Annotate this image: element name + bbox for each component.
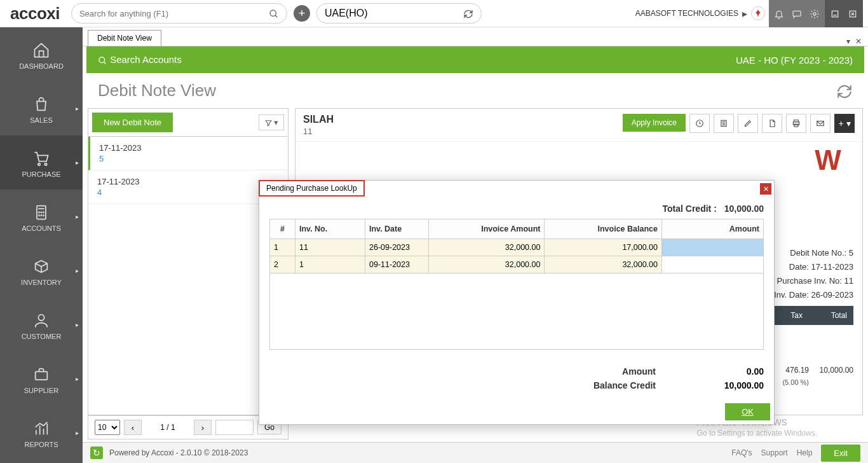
branch-selector[interactable]: UAE(HO) <box>316 3 482 24</box>
pager-info: 1 / 1 <box>146 423 190 432</box>
sidebar-label: SUPPLIER <box>24 387 58 394</box>
more-button[interactable]: + ▾ <box>834 114 855 133</box>
ok-button[interactable]: OK <box>725 403 770 420</box>
new-debit-note-button[interactable]: New Debit Note <box>92 113 173 132</box>
modal-close-button[interactable]: ✕ <box>760 183 771 195</box>
svg-point-14 <box>41 212 41 213</box>
faqs-link[interactable]: FAQ's <box>731 448 752 457</box>
pdf-icon[interactable] <box>762 114 782 133</box>
global-search[interactable] <box>71 3 287 24</box>
topbar: accoxi + UAE(HO) AABASOFT TECHNOLOGIES ▸ <box>0 0 868 27</box>
email-icon[interactable] <box>810 114 831 133</box>
tab-close-icon[interactable]: ✕ <box>855 37 862 46</box>
search-input[interactable] <box>79 9 269 18</box>
logo: accoxi <box>5 4 65 24</box>
sidebar-item-supplier[interactable]: SUPPLIER ▸ <box>0 352 83 406</box>
cell-num: 2 <box>270 256 295 273</box>
ledger-icon[interactable] <box>714 114 734 133</box>
chevron-right-icon: ▸ <box>76 159 79 166</box>
refresh-icon[interactable] <box>836 81 853 100</box>
search-accounts-button[interactable]: Search Accounts <box>98 54 182 66</box>
edit-icon[interactable] <box>738 114 758 133</box>
pager-goto-input[interactable] <box>215 420 254 435</box>
cell-amount: 32,000.00 <box>429 239 545 256</box>
svg-rect-2 <box>793 11 801 16</box>
add-button[interactable]: + <box>294 5 310 22</box>
sync-icon[interactable] <box>463 8 473 19</box>
sidebar-item-reports[interactable]: REPORTS ▸ <box>0 406 83 460</box>
pager-next-button[interactable]: › <box>194 420 212 435</box>
minimize-icon[interactable] <box>830 8 840 19</box>
col-amt: Amount <box>662 219 764 239</box>
search-icon[interactable] <box>269 8 279 19</box>
svg-line-26 <box>104 62 105 64</box>
pager-prev-button[interactable]: ‹ <box>124 420 142 435</box>
chevron-down-icon: ▾ <box>274 118 278 127</box>
gear-icon[interactable] <box>810 8 820 19</box>
close-icon[interactable] <box>848 8 858 19</box>
footer-logo-icon: ↻ <box>90 446 103 459</box>
box-icon <box>32 256 50 276</box>
tab-debit-note-view[interactable]: Debit Note View <box>88 30 161 46</box>
page-size-select[interactable]: 10 <box>95 420 120 435</box>
sidebar-label: PURCHASE <box>22 170 60 178</box>
cell-invno: 11 <box>295 239 365 256</box>
chevron-right-icon: ▸ <box>76 321 79 328</box>
summary-amount-value: 0.00 <box>694 366 764 377</box>
sidebar-item-dashboard[interactable]: DASHBOARD <box>0 27 83 81</box>
cell-balance: 32,000.00 <box>545 256 662 273</box>
list-item[interactable]: 17-11-2023 5 <box>88 137 288 170</box>
chart-icon <box>32 418 50 438</box>
support-link[interactable]: Support <box>761 448 788 457</box>
table-row[interactable]: 1 11 26-09-2023 32,000.00 17,000.00 <box>270 239 764 256</box>
history-icon[interactable] <box>689 114 710 133</box>
page-title: Debit Note View <box>98 81 216 100</box>
cell-amt-input[interactable] <box>662 256 764 273</box>
svg-point-25 <box>99 57 105 63</box>
party-sub: 11 <box>303 127 334 136</box>
list-item[interactable]: 17-11-2023 4 <box>88 170 288 204</box>
bell-icon[interactable] <box>774 8 784 19</box>
exit-button[interactable]: Exit <box>821 445 860 462</box>
chevron-right-icon: ▸ <box>76 375 79 382</box>
fy-label: UAE - HO (FY 2023 - 2023) <box>736 55 853 66</box>
help-link[interactable]: Help <box>797 448 813 457</box>
list-item-number: 4 <box>97 188 279 197</box>
party-name: SILAH <box>303 114 334 125</box>
svg-point-10 <box>44 163 47 166</box>
sidebar-item-sales[interactable]: SALES ▸ <box>0 81 83 135</box>
svg-point-9 <box>38 163 41 166</box>
pending-purchase-table: # Inv. No. Inv. Date Invoice Amount Invo… <box>269 219 764 273</box>
apply-invoice-button[interactable]: Apply Invoice <box>623 114 686 132</box>
briefcase-icon <box>32 364 50 384</box>
sidebar-item-customer[interactable]: CUSTOMER ▸ <box>0 298 83 352</box>
svg-rect-35 <box>817 121 824 126</box>
svg-point-19 <box>38 315 44 321</box>
sidebar-label: DASHBOARD <box>19 62 64 70</box>
print-icon[interactable] <box>786 114 806 133</box>
chat-icon[interactable] <box>792 8 802 19</box>
red-indicator-icon <box>751 6 765 20</box>
filter-icon <box>264 118 273 127</box>
col-amount: Invoice Amount <box>429 219 545 239</box>
company-name[interactable]: AABASOFT TECHNOLOGIES <box>635 9 738 18</box>
sidebar-label: ACCOUNTS <box>22 225 61 232</box>
summary-balance-label: Balance Credit <box>452 380 694 390</box>
footer-text: Powered by Accoxi - 2.0.10 © 2018-2023 <box>109 448 248 457</box>
chevron-right-icon: ▸ <box>742 8 747 20</box>
company-logo: W <box>803 144 853 176</box>
tab-minimize-icon[interactable]: ▾ <box>846 37 850 46</box>
svg-point-0 <box>270 10 276 16</box>
green-bar: Search Accounts UAE - HO (FY 2023 - 2023… <box>86 46 864 73</box>
sidebar: DASHBOARD SALES ▸ PURCHASE ▸ ACCOUNTS ▸ … <box>0 27 83 463</box>
sidebar-item-accounts[interactable]: ACCOUNTS ▸ <box>0 190 83 244</box>
filter-button[interactable]: ▾ <box>259 114 284 130</box>
sidebar-item-inventory[interactable]: INVENTORY ▸ <box>0 244 83 298</box>
cell-amt-input[interactable] <box>662 239 764 256</box>
table-row[interactable]: 2 1 09-11-2023 32,000.00 32,000.00 <box>270 256 764 273</box>
sidebar-item-purchase[interactable]: PURCHASE ▸ <box>0 135 83 190</box>
svg-point-17 <box>41 215 41 216</box>
cell-invno: 1 <box>295 256 365 273</box>
col-hash: # <box>270 219 295 239</box>
cell-amount: 32,000.00 <box>429 256 545 273</box>
